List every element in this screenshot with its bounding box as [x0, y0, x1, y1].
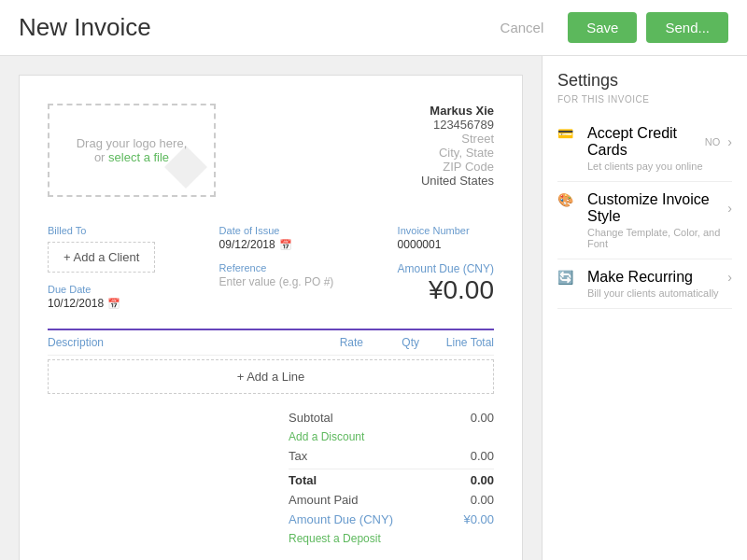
accept-credit-cards-badge: NO [705, 136, 721, 147]
setting-item-customize-invoice-style[interactable]: 🎨Customize Invoice Style›Change Template… [557, 182, 732, 259]
cancel-button[interactable]: Cancel [486, 12, 559, 43]
issue-date-calendar-icon[interactable]: 📅 [279, 239, 292, 251]
col-header-rate: Rate [289, 336, 363, 349]
line-items-section: Description Rate Qty Line Total + Add a … [48, 329, 494, 394]
accept-credit-cards-desc: Let clients pay you online [587, 161, 732, 172]
total-label: Total [289, 473, 317, 487]
send-button[interactable]: Send... [646, 12, 728, 43]
request-deposit-row: Request a Deposit [289, 530, 494, 547]
sidebar-title: Settings [557, 71, 732, 91]
select-file-link[interactable]: select a file [108, 150, 169, 164]
setting-item-make-recurring[interactable]: 🔄Make Recurring›Bill your clients automa… [557, 259, 732, 309]
accept-credit-cards-name: Accept Credit Cards [587, 125, 705, 159]
add-client-button[interactable]: + Add a Client [48, 242, 155, 273]
billed-to-group: Billed To + Add a Client [48, 225, 155, 273]
date-of-issue-group: Date of Issue 09/12/2018 📅 [219, 225, 334, 251]
setting-item-accept-credit-cards[interactable]: 💳Accept Credit CardsNO›Let clients pay y… [557, 116, 732, 182]
accept-credit-cards-icon: 💳 [557, 126, 580, 141]
amount-due-value: ¥0.00 [398, 275, 494, 305]
issue-ref-column: Date of Issue 09/12/2018 📅 Reference Ent… [219, 225, 334, 288]
amount-due-block: Amount Due (CNY) ¥0.00 [398, 262, 494, 305]
customize-invoice-style-name: Customize Invoice Style [587, 191, 724, 225]
make-recurring-content: Make Recurring›Bill your clients automat… [587, 269, 732, 299]
billed-due-column: Billed To + Add a Client Due Date 10/12/… [48, 225, 155, 310]
invoice-top: Drag your logo here, or select a file Ma… [48, 104, 494, 197]
amount-due-final-label: Amount Due (CNY) [289, 512, 393, 526]
date-of-issue-label: Date of Issue [219, 225, 334, 236]
tax-label: Tax [289, 449, 307, 463]
subtotal-value: 0.00 [471, 411, 494, 425]
amount-paid-row: Amount Paid 0.00 [289, 491, 494, 509]
customize-invoice-style-icon: 🎨 [557, 192, 580, 207]
business-name: Markus Xie [421, 104, 494, 118]
main-layout: Drag your logo here, or select a file Ma… [0, 56, 747, 560]
make-recurring-chevron-icon: › [727, 270, 732, 285]
logo-dropzone[interactable]: Drag your logo here, or select a file [48, 104, 216, 197]
col-header-total: Line Total [419, 336, 494, 349]
add-discount-link[interactable]: Add a Discount [289, 430, 364, 443]
amount-due-final-row: Amount Due (CNY) ¥0.00 [289, 511, 494, 528]
invoice-fields-row: Billed To + Add a Client Due Date 10/12/… [48, 216, 494, 310]
request-deposit-link[interactable]: Request a Deposit [289, 532, 381, 545]
settings-items: 💳Accept Credit CardsNO›Let clients pay y… [557, 116, 732, 309]
invoice-number-value: 0000001 [398, 238, 494, 251]
totals-section: Subtotal 0.00 Add a Discount Tax 0.00 To… [48, 409, 494, 547]
customize-invoice-style-desc: Change Template, Color, and Font [587, 227, 732, 249]
invoice-paper: Drag your logo here, or select a file Ma… [19, 75, 523, 560]
add-line-button[interactable]: + Add a Line [48, 359, 494, 394]
reference-group: Reference Enter value (e.g. PO #) [219, 262, 334, 288]
svg-marker-0 [164, 146, 207, 189]
due-date-value: 10/12/2018 📅 [48, 297, 155, 310]
total-row: Total 0.00 [289, 469, 494, 489]
business-zip: ZIP Code [421, 160, 494, 174]
accept-credit-cards-chevron-icon: › [727, 134, 732, 149]
logo-or-text: or select a file [94, 150, 169, 164]
discount-row: Add a Discount [289, 428, 494, 445]
header: New Invoice Cancel Save Send... [0, 0, 747, 56]
amount-due-final-value: ¥0.00 [463, 512, 494, 526]
make-recurring-icon: 🔄 [557, 270, 580, 285]
business-country: United States [421, 174, 494, 188]
business-city-state: City, State [421, 146, 494, 160]
invoice-area: Drag your logo here, or select a file Ma… [0, 56, 542, 560]
business-info: Markus Xie 123456789 Street City, State … [421, 104, 494, 197]
amount-paid-value: 0.00 [471, 493, 494, 507]
invnum-amount-column: Invoice Number 0000001 Amount Due (CNY) … [398, 225, 494, 305]
invoice-number-group: Invoice Number 0000001 [398, 225, 494, 251]
make-recurring-desc: Bill your clients automatically [587, 287, 732, 299]
tax-row: Tax 0.00 [289, 447, 494, 465]
date-of-issue-value: 09/12/2018 📅 [219, 238, 334, 251]
billed-to-label: Billed To [48, 225, 155, 236]
amount-paid-label: Amount Paid [289, 493, 358, 507]
sidebar-subtitle: FOR THIS INVOICE [557, 94, 732, 105]
settings-sidebar: Settings FOR THIS INVOICE 💳Accept Credit… [542, 56, 747, 560]
customize-invoice-style-chevron-icon: › [727, 201, 732, 216]
reference-label: Reference [219, 262, 334, 273]
total-value: 0.00 [471, 473, 494, 487]
header-actions: Cancel Save Send... [486, 12, 728, 43]
reference-placeholder[interactable]: Enter value (e.g. PO #) [219, 275, 334, 288]
make-recurring-name: Make Recurring [587, 269, 693, 286]
due-date-calendar-icon[interactable]: 📅 [107, 298, 120, 310]
col-header-desc: Description [48, 336, 289, 349]
customize-invoice-style-content: Customize Invoice Style›Change Template,… [587, 191, 732, 249]
amount-due-label: Amount Due (CNY) [398, 262, 494, 275]
save-button[interactable]: Save [568, 12, 637, 43]
subtotal-row: Subtotal 0.00 [289, 409, 494, 427]
accept-credit-cards-content: Accept Credit CardsNO›Let clients pay yo… [587, 125, 732, 172]
invoice-number-label: Invoice Number [398, 225, 494, 236]
logo-watermark [162, 144, 209, 190]
subtotal-label: Subtotal [289, 411, 333, 425]
tax-value: 0.00 [471, 449, 494, 463]
line-items-header: Description Rate Qty Line Total [48, 330, 494, 356]
business-phone: 123456789 [421, 118, 494, 132]
business-street: Street [421, 132, 494, 146]
page-title: New Invoice [19, 13, 151, 42]
col-header-qty: Qty [363, 336, 419, 349]
due-date-group: Due Date 10/12/2018 📅 [48, 284, 155, 310]
due-date-label: Due Date [48, 284, 155, 295]
